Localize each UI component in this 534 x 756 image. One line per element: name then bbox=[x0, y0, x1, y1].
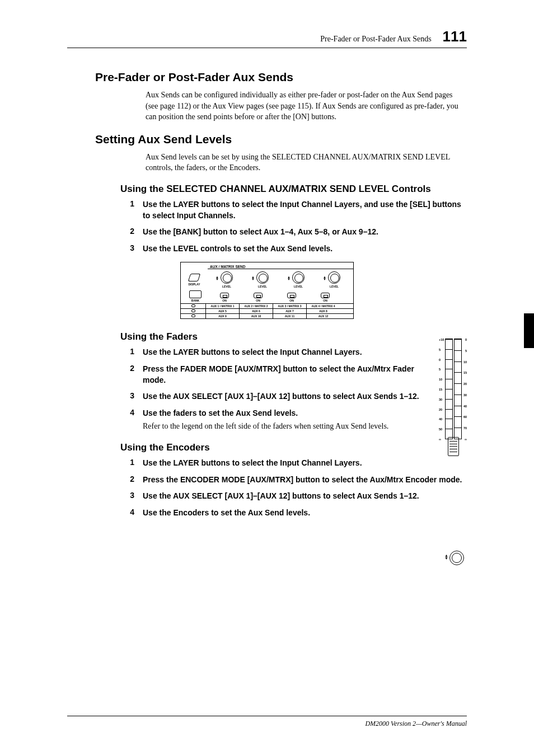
level-label: LEVEL bbox=[317, 285, 351, 288]
scale-label: 40 bbox=[439, 417, 442, 421]
matrix-cell: AUX 2 / MATRIX 2 bbox=[239, 304, 273, 308]
on-label: ON bbox=[208, 299, 241, 302]
matrix-cell: AUX 4 / MATRIX 4 bbox=[306, 304, 340, 308]
display-label: DISPLAY bbox=[183, 283, 205, 286]
level-knob-icon: ▲▼ bbox=[292, 271, 305, 284]
step-text: Use the LAYER buttons to select the Inpu… bbox=[143, 458, 467, 469]
subheading-encoders: Using the Encoders bbox=[120, 442, 467, 453]
level-label: LEVEL bbox=[210, 285, 243, 288]
steps-controls: 1Use the LAYER buttons to select the Inp… bbox=[126, 199, 467, 254]
matrix-cell: AUX 11 bbox=[273, 314, 306, 318]
level-knob-icon: ▲▼ bbox=[256, 271, 269, 284]
page-header: Pre-Fader or Post-Fader Aux Sends 111 bbox=[67, 28, 467, 48]
scale-label: 5 bbox=[465, 349, 467, 353]
matrix-cell: AUX 5 bbox=[205, 309, 239, 313]
scale-label: 70 bbox=[463, 426, 467, 430]
panel-title: AUX / MATRIX SEND bbox=[208, 262, 353, 269]
step-number: 4 bbox=[126, 408, 143, 432]
on-label: ON bbox=[275, 299, 308, 302]
encoder-figure: ▲▼ bbox=[446, 550, 468, 566]
step-number: 2 bbox=[126, 227, 143, 238]
section-heading-setting: Setting Aux Send Levels bbox=[95, 133, 467, 146]
scale-label: 40 bbox=[463, 405, 467, 408]
level-knob-icon: ▲▼ bbox=[328, 271, 340, 284]
on-button-icon bbox=[321, 293, 330, 298]
display-button-icon bbox=[188, 274, 201, 281]
led-icon bbox=[191, 314, 195, 317]
steps-faders: 1Use the LAYER buttons to select the Inp… bbox=[126, 347, 467, 432]
aux-matrix-panel-figure: DISPLAY AUX / MATRIX SEND ▲▼LEVEL ▲▼LEVE… bbox=[180, 262, 354, 319]
scale-label: 5 bbox=[439, 348, 441, 351]
matrix-cell: AUX 8 bbox=[306, 309, 340, 313]
step-note: Refer to the legend on the left side of … bbox=[143, 421, 428, 432]
matrix-cell: AUX 1 / MATRIX 1 bbox=[205, 304, 239, 308]
step-number: 4 bbox=[126, 508, 143, 519]
scale-label: 10 bbox=[439, 378, 442, 381]
scale-label: 30 bbox=[463, 393, 467, 397]
matrix-cell: AUX 6 bbox=[239, 309, 273, 313]
matrix-cell: AUX 7 bbox=[273, 309, 306, 313]
header-title: Pre-Fader or Post-Fader Aux Sends bbox=[320, 35, 431, 44]
scale-label: 20 bbox=[463, 382, 467, 386]
scale-label: 10 bbox=[463, 360, 467, 364]
step-text: Use the AUX SELECT [AUX 1]–[AUX 12] butt… bbox=[143, 491, 467, 502]
steps-encoders: 1Use the LAYER buttons to select the Inp… bbox=[126, 458, 467, 518]
fader-cap-icon bbox=[448, 437, 459, 456]
fader-scale-figure: +10 5 0 5 10 15 30 20 40 50 ∞ 0 5 10 15 … bbox=[439, 339, 468, 462]
scale-label: 5 bbox=[439, 368, 441, 371]
footer-text: DM2000 Version 2—Owner's Manual bbox=[365, 720, 467, 727]
scale-label: 15 bbox=[439, 388, 442, 391]
arrow-icon: ▲▼ bbox=[444, 555, 448, 560]
step-number: 2 bbox=[126, 364, 143, 386]
led-icon bbox=[191, 309, 195, 312]
on-button-icon bbox=[287, 293, 296, 298]
on-label: ON bbox=[308, 299, 342, 302]
step-number: 3 bbox=[126, 391, 143, 402]
subheading-controls: Using the SELECTED CHANNEL AUX/MATRIX SE… bbox=[120, 184, 467, 195]
scale-label: 60 bbox=[463, 415, 467, 419]
step-number: 1 bbox=[126, 347, 143, 358]
step-main: Use the faders to set the Aux Send level… bbox=[143, 408, 298, 417]
on-label: ON bbox=[241, 299, 275, 302]
step-text: Use the LEVEL controls to set the Aux Se… bbox=[143, 243, 467, 255]
step-number: 3 bbox=[126, 491, 143, 502]
level-label: LEVEL bbox=[282, 285, 315, 288]
bank-button-icon bbox=[189, 290, 202, 298]
matrix-cell: AUX 10 bbox=[239, 314, 273, 318]
led-icon bbox=[191, 304, 195, 307]
encoder-knob-icon bbox=[449, 551, 464, 565]
step-number: 3 bbox=[126, 243, 143, 255]
scale-label: 30 bbox=[439, 398, 442, 401]
step-text: Use the AUX SELECT [AUX 1]–[AUX 12] butt… bbox=[143, 391, 467, 402]
matrix-cell: AUX 9 bbox=[205, 314, 239, 318]
step-number: 1 bbox=[126, 458, 143, 469]
scale-label: 15 bbox=[463, 371, 467, 374]
on-button-icon bbox=[220, 293, 229, 298]
step-text: Use the faders to set the Aux Send level… bbox=[143, 408, 467, 432]
section-heading-prefader: Pre-Fader or Post-Fader Aux Sends bbox=[95, 71, 467, 84]
step-text: Use the LAYER buttons to select the Inpu… bbox=[143, 347, 467, 358]
step-text: Use the LAYER buttons to select the Inpu… bbox=[143, 199, 467, 221]
scale-label: 20 bbox=[439, 408, 442, 411]
step-text: Press the ENCODER MODE [AUX/MTRX] button… bbox=[143, 475, 467, 486]
on-button-icon bbox=[254, 293, 263, 298]
page-number: 111 bbox=[443, 28, 467, 45]
scale-label: 0 bbox=[439, 358, 441, 361]
matrix-cell: AUX 3 / MATRIX 3 bbox=[273, 304, 306, 308]
level-label: LEVEL bbox=[246, 285, 279, 288]
level-knob-icon: ▲▼ bbox=[221, 271, 233, 284]
subheading-faders: Using the Faders bbox=[120, 331, 467, 342]
matrix-cell: AUX 12 bbox=[306, 314, 340, 318]
step-text: Use the Encoders to set the Aux Send lev… bbox=[143, 508, 467, 519]
scale-label: +10 bbox=[439, 338, 444, 341]
bank-label: BANK bbox=[183, 299, 208, 302]
page-footer: DM2000 Version 2—Owner's Manual bbox=[67, 716, 467, 728]
section1-body: Aux Sends can be configured individually… bbox=[146, 90, 467, 123]
scale-label: ∞ bbox=[465, 438, 467, 441]
section2-body: Aux Send levels can be set by using the … bbox=[146, 152, 467, 173]
chapter-tab bbox=[524, 313, 534, 348]
step-number: 1 bbox=[126, 199, 143, 221]
step-number: 2 bbox=[126, 475, 143, 486]
step-text: Use the [BANK] button to select Aux 1–4,… bbox=[143, 227, 467, 238]
scale-label: 50 bbox=[439, 428, 442, 431]
